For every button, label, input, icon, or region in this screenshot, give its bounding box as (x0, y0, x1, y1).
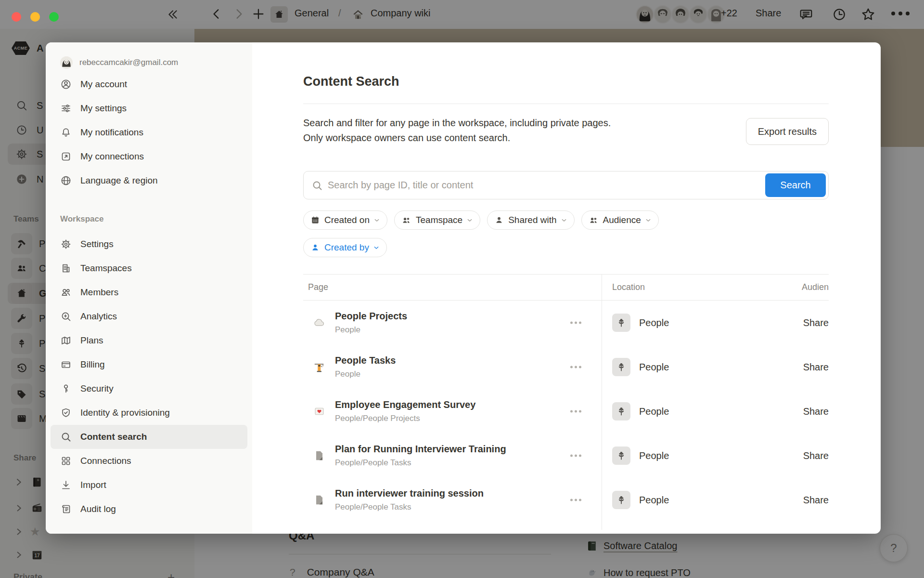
location-cell[interactable]: People (612, 402, 669, 420)
search-input[interactable] (328, 180, 765, 191)
key-icon (60, 383, 72, 394)
account-avatar (60, 56, 73, 69)
nav-item-members[interactable]: Members (51, 280, 247, 304)
location-cell[interactable]: People (612, 491, 669, 509)
nav-item-language-region[interactable]: Language & region (51, 169, 247, 193)
window-controls (12, 12, 59, 22)
table-row[interactable]: People Projects People People Share (303, 301, 829, 345)
table-header: Page Location Audien (303, 274, 829, 301)
filter-teamspace[interactable]: Teamspace (394, 210, 480, 230)
close-window-button[interactable] (12, 12, 21, 22)
map-icon (60, 335, 72, 346)
search-icon (60, 431, 72, 443)
plant-icon (612, 402, 630, 420)
column-location: Location (612, 282, 645, 292)
audience-cell-clipped: Share (803, 450, 829, 461)
shield-check-icon (60, 407, 72, 419)
more-options-button[interactable] (570, 322, 581, 324)
nav-item-audit-log[interactable]: Audit log (51, 497, 247, 521)
building-icon (60, 263, 72, 274)
love-letter-icon (312, 405, 326, 418)
page-path: People/People Tasks (335, 458, 506, 468)
plant-icon (612, 314, 630, 332)
bell-icon (60, 127, 72, 138)
table-row[interactable]: Employee Engagement Survey People/People… (303, 389, 829, 434)
scroll-icon (60, 503, 72, 515)
zoom-window-button[interactable] (49, 12, 59, 22)
chevron-down-icon (644, 216, 652, 224)
page-title[interactable]: Run interviewer training session (335, 488, 484, 499)
title-divider (303, 104, 829, 104)
page-title[interactable]: Plan for Running Interviewer Training (335, 444, 506, 455)
page-icon (312, 449, 326, 462)
nav-item-billing[interactable]: Billing (51, 353, 247, 377)
page-path: People (335, 325, 407, 335)
sliders-icon (60, 103, 72, 114)
nav-item-security[interactable]: Security (51, 377, 247, 401)
filter-created-on[interactable]: Created on (303, 210, 387, 230)
credit-card-icon (60, 359, 72, 370)
table-row[interactable]: Plan for Running Interviewer Training Pe… (303, 434, 829, 478)
page-path: People (335, 369, 396, 379)
nav-item-connections[interactable]: Connections (51, 449, 247, 473)
filter-chips-row-1: Created on Teamspace Shared with Audienc… (303, 210, 829, 230)
workspace-section-label: Workspace (51, 212, 247, 226)
audience-cell-clipped: Share (803, 317, 829, 328)
minimize-window-button[interactable] (30, 12, 40, 22)
nav-item-content-search-selected[interactable]: Content search (51, 425, 247, 449)
nav-item-identity-provisioning[interactable]: Identity & provisioning (51, 401, 247, 425)
people-icon (401, 215, 411, 225)
location-cell[interactable]: People (612, 358, 669, 376)
content-search-bar[interactable]: Search (303, 171, 829, 199)
nav-item-my-notifications[interactable]: My notifications (51, 120, 247, 144)
nav-item-settings[interactable]: Settings (51, 232, 247, 256)
content-search-panel: Content Search Search and filter for any… (252, 42, 881, 534)
chevron-down-icon (373, 216, 381, 224)
person-icon (494, 215, 504, 225)
search-button[interactable]: Search (765, 173, 826, 197)
page-path: People/People Projects (335, 414, 475, 423)
nav-item-import[interactable]: Import (51, 473, 247, 497)
audience-cell-clipped: Share (803, 495, 829, 506)
nav-item-my-account[interactable]: My account (51, 72, 247, 96)
results-table: Page Location Audien People Projects Peo… (303, 274, 829, 530)
export-results-button[interactable]: Export results (746, 118, 829, 145)
nav-item-my-settings[interactable]: My settings (51, 96, 247, 120)
table-row[interactable]: People Tasks People People Share (303, 345, 829, 389)
nav-item-my-connections[interactable]: My connections (51, 144, 247, 169)
search-icon (311, 180, 323, 191)
filter-shared-with[interactable]: Shared with (487, 210, 574, 230)
settings-modal: rebeccamcakir@gmail.com My account My se… (46, 42, 881, 534)
page-icon (312, 494, 326, 506)
grid-icon (60, 455, 72, 467)
chevron-down-icon (466, 216, 474, 224)
gear-icon (60, 238, 72, 250)
settings-nav: rebeccamcakir@gmail.com My account My se… (46, 42, 252, 534)
nav-item-teamspaces[interactable]: Teamspaces (51, 256, 247, 280)
table-row[interactable]: Run interviewer training session People/… (303, 478, 829, 522)
panel-description: Search and filter for any page in the wo… (303, 116, 746, 145)
cloud-icon (312, 316, 326, 329)
filter-created-by-active[interactable]: Created by (303, 238, 387, 257)
more-options-button[interactable] (570, 455, 581, 457)
nav-item-plans[interactable]: Plans (51, 328, 247, 353)
page-title[interactable]: People Projects (335, 311, 407, 322)
page-title[interactable]: Employee Engagement Survey (335, 399, 475, 410)
account-email-row: rebeccamcakir@gmail.com (51, 53, 247, 72)
location-cell[interactable]: People (612, 314, 669, 332)
more-options-button[interactable] (570, 499, 581, 501)
account-email: rebeccamcakir@gmail.com (79, 58, 178, 67)
page-title[interactable]: People Tasks (335, 355, 396, 366)
location-cell[interactable]: People (612, 447, 669, 465)
import-arrow-icon (60, 479, 72, 491)
nav-item-analytics[interactable]: Analytics (51, 304, 247, 328)
panel-title: Content Search (303, 74, 829, 89)
magnifier-plus-icon (60, 311, 72, 322)
arrow-out-box-icon (60, 151, 72, 162)
filter-chips-row-2: Created by (303, 238, 829, 257)
chevron-down-icon (372, 244, 380, 251)
person-icon (310, 243, 320, 252)
more-options-button[interactable] (570, 366, 581, 368)
filter-audience[interactable]: Audience (581, 210, 659, 230)
more-options-button[interactable] (570, 410, 581, 413)
